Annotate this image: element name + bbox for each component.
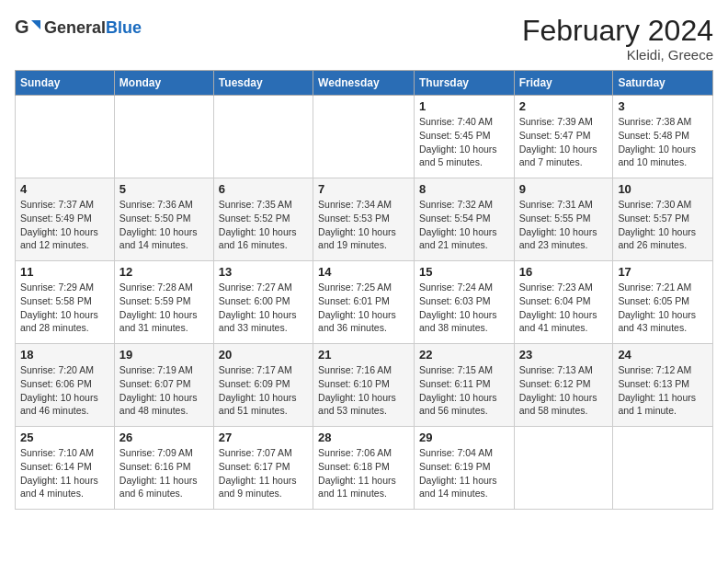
calendar-week-4: 25Sunrise: 7:10 AMSunset: 6:14 PMDayligh… [16,427,713,510]
day-info: Sunrise: 7:27 AMSunset: 6:00 PMDaylight:… [219,281,308,335]
day-number: 16 [519,265,609,279]
calendar-cell [213,96,313,178]
day-info: Sunrise: 7:40 AMSunset: 5:45 PMDaylight:… [419,115,509,169]
calendar-cell: 16Sunrise: 7:23 AMSunset: 6:04 PMDayligh… [514,261,613,344]
day-info: Sunrise: 7:10 AMSunset: 6:14 PMDaylight:… [20,446,109,500]
calendar-cell: 25Sunrise: 7:10 AMSunset: 6:14 PMDayligh… [16,427,115,510]
day-info: Sunrise: 7:17 AMSunset: 6:09 PMDaylight:… [219,363,308,418]
calendar-week-0: 1Sunrise: 7:40 AMSunset: 5:45 PMDaylight… [16,96,713,178]
calendar-cell: 12Sunrise: 7:28 AMSunset: 5:59 PMDayligh… [114,261,213,344]
day-info: Sunrise: 7:35 AMSunset: 5:52 PMDaylight:… [219,198,308,252]
day-number: 13 [219,265,308,279]
day-info: Sunrise: 7:09 AMSunset: 6:16 PMDaylight:… [119,446,209,500]
header-wednesday: Wednesday [313,71,415,96]
location-title: Kleidi, Greece [522,47,713,63]
day-number: 2 [519,99,609,113]
day-number: 28 [318,431,409,444]
logo-general: General [44,18,106,37]
calendar-cell: 10Sunrise: 7:30 AMSunset: 5:57 PMDayligh… [613,178,713,261]
day-number: 8 [419,182,509,196]
calendar-cell: 28Sunrise: 7:06 AMSunset: 6:18 PMDayligh… [313,427,415,510]
calendar-week-2: 11Sunrise: 7:29 AMSunset: 5:58 PMDayligh… [16,261,713,344]
day-info: Sunrise: 7:21 AMSunset: 6:05 PMDaylight:… [618,281,708,335]
day-info: Sunrise: 7:34 AMSunset: 5:53 PMDaylight:… [318,198,409,252]
calendar-cell [313,96,415,178]
calendar-cell [514,427,613,510]
day-info: Sunrise: 7:12 AMSunset: 6:13 PMDaylight:… [618,363,708,418]
calendar-cell: 4Sunrise: 7:37 AMSunset: 5:49 PMDaylight… [16,178,115,261]
month-title: February 2024 [522,15,713,47]
calendar-cell: 21Sunrise: 7:16 AMSunset: 6:10 PMDayligh… [313,344,415,427]
day-number: 6 [219,182,308,196]
day-info: Sunrise: 7:24 AMSunset: 6:03 PMDaylight:… [419,281,509,335]
day-number: 14 [318,265,409,279]
calendar-cell [114,96,213,178]
calendar-cell: 27Sunrise: 7:07 AMSunset: 6:17 PMDayligh… [213,427,313,510]
day-info: Sunrise: 7:19 AMSunset: 6:07 PMDaylight:… [119,363,209,418]
day-number: 11 [20,265,109,279]
calendar-cell [613,427,713,510]
day-info: Sunrise: 7:25 AMSunset: 6:01 PMDaylight:… [318,281,409,335]
day-info: Sunrise: 7:31 AMSunset: 5:55 PMDaylight:… [519,198,609,252]
day-info: Sunrise: 7:13 AMSunset: 6:12 PMDaylight:… [519,363,609,418]
day-number: 15 [419,265,509,279]
day-info: Sunrise: 7:39 AMSunset: 5:47 PMDaylight:… [519,115,609,169]
calendar-cell: 14Sunrise: 7:25 AMSunset: 6:01 PMDayligh… [313,261,415,344]
header-saturday: Saturday [613,71,713,96]
day-number: 19 [119,348,209,362]
day-number: 4 [20,182,109,196]
day-info: Sunrise: 7:23 AMSunset: 6:04 PMDaylight:… [519,281,609,335]
day-info: Sunrise: 7:04 AMSunset: 6:19 PMDaylight:… [419,446,509,500]
day-number: 22 [419,348,509,362]
day-number: 12 [119,265,209,279]
day-info: Sunrise: 7:06 AMSunset: 6:18 PMDaylight:… [318,446,409,500]
logo-icon: G [15,15,40,40]
day-info: Sunrise: 7:28 AMSunset: 5:59 PMDaylight:… [119,281,209,335]
day-number: 29 [419,431,509,444]
header-sunday: Sunday [16,71,115,96]
logo-blue: Blue [106,18,142,37]
calendar-cell: 17Sunrise: 7:21 AMSunset: 6:05 PMDayligh… [613,261,713,344]
calendar-cell: 2Sunrise: 7:39 AMSunset: 5:47 PMDaylight… [514,96,613,178]
day-info: Sunrise: 7:36 AMSunset: 5:50 PMDaylight:… [119,198,209,252]
calendar-cell: 23Sunrise: 7:13 AMSunset: 6:12 PMDayligh… [514,344,613,427]
logo: G GeneralBlue [15,15,142,40]
day-info: Sunrise: 7:15 AMSunset: 6:11 PMDaylight:… [419,363,509,418]
day-info: Sunrise: 7:20 AMSunset: 6:06 PMDaylight:… [20,363,109,418]
calendar-cell: 29Sunrise: 7:04 AMSunset: 6:19 PMDayligh… [414,427,514,510]
day-number: 9 [519,182,609,196]
header-friday: Friday [514,71,613,96]
day-number: 26 [119,431,209,444]
calendar-cell: 20Sunrise: 7:17 AMSunset: 6:09 PMDayligh… [213,344,313,427]
calendar-cell: 26Sunrise: 7:09 AMSunset: 6:16 PMDayligh… [114,427,213,510]
day-number: 24 [618,348,708,362]
header-tuesday: Tuesday [213,71,313,96]
calendar-cell: 11Sunrise: 7:29 AMSunset: 5:58 PMDayligh… [16,261,115,344]
calendar-cell [16,96,115,178]
day-info: Sunrise: 7:29 AMSunset: 5:58 PMDaylight:… [20,281,109,335]
calendar-week-1: 4Sunrise: 7:37 AMSunset: 5:49 PMDaylight… [16,178,713,261]
day-number: 25 [20,431,109,444]
calendar-cell: 19Sunrise: 7:19 AMSunset: 6:07 PMDayligh… [114,344,213,427]
day-number: 23 [519,348,609,362]
day-number: 17 [618,265,708,279]
calendar-cell: 22Sunrise: 7:15 AMSunset: 6:11 PMDayligh… [414,344,514,427]
calendar-cell: 8Sunrise: 7:32 AMSunset: 5:54 PMDaylight… [414,178,514,261]
day-info: Sunrise: 7:32 AMSunset: 5:54 PMDaylight:… [419,198,509,252]
day-number: 20 [219,348,308,362]
calendar-cell: 24Sunrise: 7:12 AMSunset: 6:13 PMDayligh… [613,344,713,427]
day-number: 3 [618,99,708,113]
calendar-week-3: 18Sunrise: 7:20 AMSunset: 6:06 PMDayligh… [16,344,713,427]
page-header: G GeneralBlue February 2024 Kleidi, Gree… [15,15,713,63]
calendar-cell: 5Sunrise: 7:36 AMSunset: 5:50 PMDaylight… [114,178,213,261]
svg-marker-1 [31,20,40,29]
calendar-cell: 9Sunrise: 7:31 AMSunset: 5:55 PMDaylight… [514,178,613,261]
day-number: 1 [419,99,509,113]
calendar-cell: 1Sunrise: 7:40 AMSunset: 5:45 PMDaylight… [414,96,514,178]
day-number: 18 [20,348,109,362]
calendar-cell: 15Sunrise: 7:24 AMSunset: 6:03 PMDayligh… [414,261,514,344]
day-info: Sunrise: 7:16 AMSunset: 6:10 PMDaylight:… [318,363,409,418]
day-number: 7 [318,182,409,196]
day-number: 21 [318,348,409,362]
calendar-cell: 6Sunrise: 7:35 AMSunset: 5:52 PMDaylight… [213,178,313,261]
